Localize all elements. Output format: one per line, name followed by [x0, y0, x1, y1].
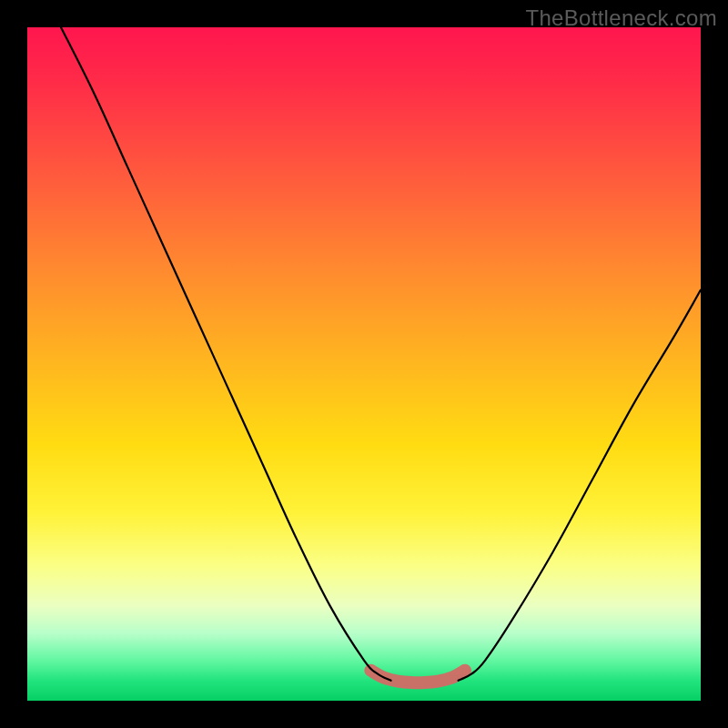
right-curve [459, 290, 701, 681]
valley-highlight [370, 671, 465, 683]
plot-area [27, 27, 701, 701]
watermark-label: TheBottleneck.com [525, 5, 717, 31]
chart-frame: TheBottleneck.com [0, 0, 728, 728]
chart-svg [27, 27, 701, 701]
left-curve [61, 27, 391, 681]
